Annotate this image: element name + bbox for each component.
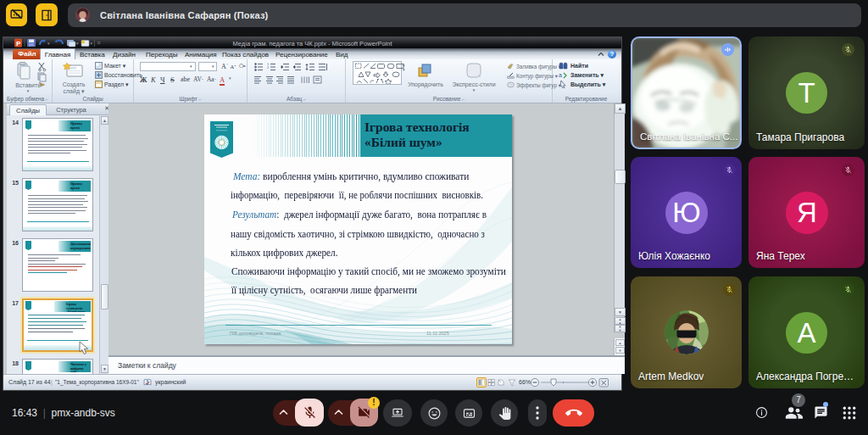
svg-text:a: a [559,72,562,78]
svg-text:2: 2 [267,65,270,70]
